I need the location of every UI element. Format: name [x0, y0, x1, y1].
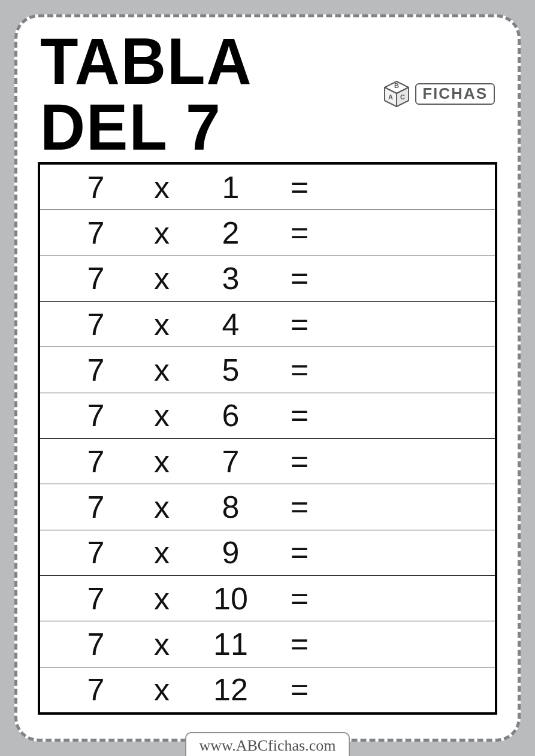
times-symbol: x — [129, 260, 195, 296]
equals-symbol: = — [267, 489, 333, 525]
multiplicand: 7 — [63, 444, 129, 479]
svg-text:C: C — [400, 93, 405, 101]
table-row: 7 x 9 = — [40, 530, 495, 576]
times-symbol: x — [129, 306, 195, 342]
equals-symbol: = — [267, 397, 333, 433]
multiplier: 10 — [195, 581, 267, 617]
svg-text:B: B — [394, 82, 399, 89]
multiplicand: 7 — [63, 352, 129, 388]
multiplicand: 7 — [63, 306, 129, 342]
multiplier: 12 — [195, 672, 267, 708]
multiplier: 1 — [195, 169, 267, 205]
table-row: 7 x 7 = — [40, 439, 495, 484]
multiplier: 6 — [195, 397, 267, 433]
multiplicand: 7 — [63, 260, 129, 296]
equals-symbol: = — [267, 260, 333, 296]
multiplicand: 7 — [63, 397, 129, 433]
multiplication-table: 7 x 1 = 7 x 2 = 7 x 3 = 7 x 4 = 7 — [38, 162, 497, 715]
times-symbol: x — [129, 352, 195, 388]
table-row: 7 x 2 = — [40, 210, 495, 256]
times-symbol: x — [129, 397, 195, 433]
multiplier: 9 — [195, 535, 267, 570]
table-row: 7 x 3 = — [40, 256, 495, 302]
multiplicand: 7 — [63, 169, 129, 205]
equals-symbol: = — [267, 444, 333, 479]
table-row: 7 x 4 = — [40, 302, 495, 347]
multiplier: 7 — [195, 444, 267, 479]
equals-symbol: = — [267, 626, 333, 662]
table-row: 7 x 11 = — [40, 621, 495, 667]
multiplier: 2 — [195, 215, 267, 251]
equals-symbol: = — [267, 215, 333, 251]
cube-icon: B A C — [382, 79, 412, 109]
brand-logo-text: FICHAS — [415, 83, 495, 105]
times-symbol: x — [129, 672, 195, 708]
worksheet-sheet: TABLA DEL 7 B A C FICHAS 7 x 1 — [14, 14, 521, 742]
multiplier: 8 — [195, 489, 267, 525]
page-title: TABLA DEL 7 — [40, 28, 382, 160]
times-symbol: x — [129, 626, 195, 662]
times-symbol: x — [129, 169, 195, 205]
equals-symbol: = — [267, 352, 333, 388]
equals-symbol: = — [267, 581, 333, 617]
worksheet-header: TABLA DEL 7 B A C FICHAS — [38, 32, 497, 162]
table-row: 7 x 12 = — [40, 667, 495, 712]
footer-url: www.ABCfichas.com — [185, 732, 350, 756]
multiplicand: 7 — [63, 626, 129, 662]
brand-logo: B A C FICHAS — [382, 79, 495, 109]
multiplicand: 7 — [63, 535, 129, 570]
table-row: 7 x 10 = — [40, 576, 495, 621]
multiplier: 3 — [195, 260, 267, 296]
equals-symbol: = — [267, 169, 333, 205]
times-symbol: x — [129, 581, 195, 617]
times-symbol: x — [129, 215, 195, 251]
table-row: 7 x 1 = — [40, 165, 495, 210]
multiplier: 5 — [195, 352, 267, 388]
equals-symbol: = — [267, 535, 333, 570]
equals-symbol: = — [267, 306, 333, 342]
multiplicand: 7 — [63, 489, 129, 525]
equals-symbol: = — [267, 672, 333, 708]
table-row: 7 x 8 = — [40, 484, 495, 530]
multiplicand: 7 — [63, 672, 129, 708]
table-row: 7 x 6 = — [40, 393, 495, 439]
multiplicand: 7 — [63, 581, 129, 617]
times-symbol: x — [129, 489, 195, 525]
table-row: 7 x 5 = — [40, 347, 495, 393]
multiplier: 4 — [195, 306, 267, 342]
times-symbol: x — [129, 444, 195, 479]
multiplicand: 7 — [63, 215, 129, 251]
svg-text:A: A — [388, 93, 393, 101]
multiplier: 11 — [195, 626, 267, 662]
times-symbol: x — [129, 535, 195, 570]
